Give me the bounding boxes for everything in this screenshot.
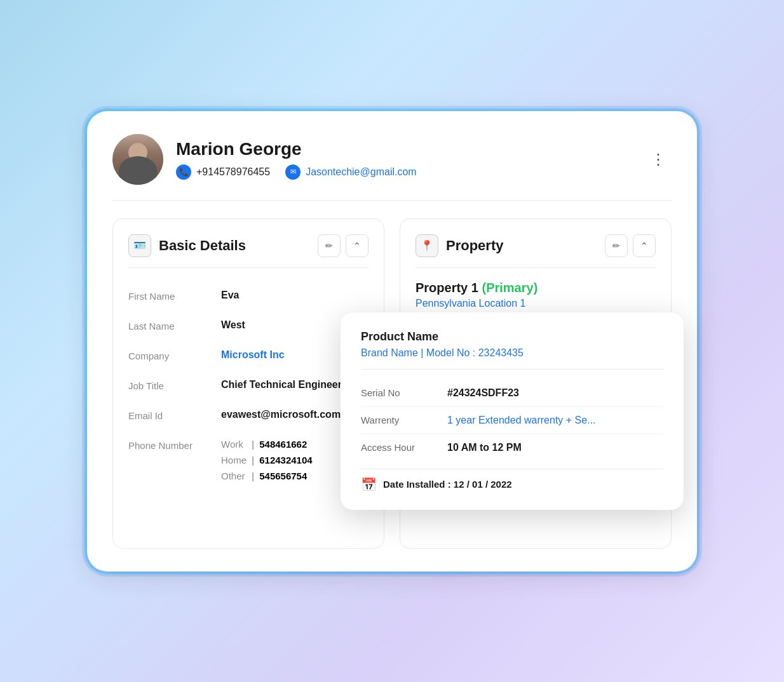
product-name-label: Product Name bbox=[361, 330, 663, 344]
property-primary-badge: (Primary) bbox=[482, 281, 537, 295]
phone-other-label: Other bbox=[221, 471, 247, 481]
phone-work: Work | 548461662 bbox=[221, 439, 313, 450]
email-label: Email Id bbox=[128, 409, 211, 421]
profile-contacts: 📞 +914578976455 ✉ Jasontechie@gmail.com bbox=[176, 164, 417, 180]
property-card: 📍 Property ✏ ⌃ Property 1 (Primary) Penn… bbox=[400, 218, 672, 549]
property-edit-button[interactable]: ✏ bbox=[605, 234, 628, 257]
firstname-label: First Name bbox=[128, 290, 211, 302]
phone-number: +914578976455 bbox=[196, 166, 270, 178]
basic-details-title-group: 🪪 Basic Details bbox=[128, 234, 246, 257]
date-row: 📅 Date Installed : 12 / 01 / 2022 bbox=[361, 469, 663, 492]
avatar bbox=[112, 134, 163, 185]
profile-info: Marion George 📞 +914578976455 ✉ Jasontec… bbox=[176, 139, 417, 180]
property-actions: ✏ ⌃ bbox=[605, 234, 656, 257]
product-card: Product Name Brand Name | Model No : 232… bbox=[341, 312, 684, 510]
phone-icon: 📞 bbox=[176, 164, 191, 180]
basic-details-collapse-button[interactable]: ⌃ bbox=[346, 234, 368, 257]
email-address: Jasontechie@gmail.com bbox=[306, 166, 417, 178]
product-brand: Brand Name | Model No : 23243435 bbox=[361, 347, 663, 370]
product-row-serial: Serial No #24324SDFF23 bbox=[361, 380, 663, 407]
jobtitle-label: Job Title bbox=[128, 379, 211, 391]
property-name: Property 1 (Primary) bbox=[416, 281, 656, 295]
property-title-group: 📍 Property bbox=[416, 234, 503, 257]
phone-home-number: 6124324104 bbox=[259, 455, 312, 465]
property-icon: 📍 bbox=[416, 234, 438, 257]
profile-name: Marion George bbox=[176, 139, 417, 159]
basic-details-fields: First Name Eva Last Name West Company Mi… bbox=[128, 281, 368, 490]
product-row-access: Access Hour 10 AM to 12 PM bbox=[361, 434, 663, 461]
field-row-firstname: First Name Eva bbox=[128, 281, 368, 311]
profile-left: Marion George 📞 +914578976455 ✉ Jasontec… bbox=[112, 134, 417, 185]
phone-group: Work | 548461662 Home | 6124324104 Other… bbox=[221, 439, 313, 481]
field-row-email: Email Id evawest@microsoft.com bbox=[128, 400, 368, 430]
field-row-jobtitle: Job Title Chief Technical Engineer bbox=[128, 370, 368, 400]
product-row-warranty: Warrenty 1 year Extended warrenty + Se..… bbox=[361, 407, 663, 434]
property-title: Property bbox=[446, 237, 503, 254]
field-row-lastname: Last Name West bbox=[128, 311, 368, 340]
firstname-value: Eva bbox=[221, 290, 368, 301]
basic-details-edit-button[interactable]: ✏ bbox=[318, 234, 341, 257]
company-label: Company bbox=[128, 349, 211, 361]
property-content: Property 1 (Primary) Pennsylvania Locati… bbox=[416, 281, 656, 309]
property-location: Pennsylvania Location 1 bbox=[416, 298, 656, 309]
phone-home-label: Home bbox=[221, 455, 247, 465]
email-icon: ✉ bbox=[285, 164, 301, 180]
warranty-value: 1 year Extended warrenty + Se... bbox=[447, 415, 663, 426]
lastname-label: Last Name bbox=[128, 319, 211, 331]
property-header: 📍 Property ✏ ⌃ bbox=[416, 234, 656, 268]
access-label: Access Hour bbox=[361, 442, 437, 453]
email-contact: ✉ Jasontechie@gmail.com bbox=[285, 164, 417, 180]
phone-other-number: 545656754 bbox=[259, 471, 307, 481]
product-details: Serial No #24324SDFF23 Warrenty 1 year E… bbox=[361, 380, 663, 461]
field-row-company: Company Microsoft Inc bbox=[128, 340, 368, 370]
serial-value: #24324SDFF23 bbox=[447, 387, 663, 399]
calendar-icon: 📅 bbox=[361, 477, 377, 492]
cards-grid: 🪪 Basic Details ✏ ⌃ First Name Eva Last … bbox=[112, 218, 672, 549]
access-value: 10 AM to 12 PM bbox=[447, 442, 663, 453]
warranty-label: Warrenty bbox=[361, 415, 437, 425]
basic-details-header: 🪪 Basic Details ✏ ⌃ bbox=[128, 234, 368, 268]
phone-label: Phone Number bbox=[128, 439, 211, 451]
basic-details-icon: 🪪 bbox=[128, 234, 151, 257]
field-row-phone: Phone Number Work | 548461662 Home | 612… bbox=[128, 430, 368, 490]
basic-details-title: Basic Details bbox=[159, 237, 246, 254]
profile-header: Marion George 📞 +914578976455 ✉ Jasontec… bbox=[112, 134, 672, 201]
date-installed: Date Installed : 12 / 01 / 2022 bbox=[383, 479, 512, 490]
property-name-text: Property 1 bbox=[416, 281, 482, 295]
phone-work-label: Work bbox=[221, 439, 247, 450]
phone-work-number: 548461662 bbox=[259, 439, 307, 450]
phone-other: Other | 545656754 bbox=[221, 471, 313, 481]
phone-home: Home | 6124324104 bbox=[221, 455, 313, 465]
more-options-button[interactable]: ⋮ bbox=[645, 145, 672, 173]
main-card: Marion George 📞 +914578976455 ✉ Jasontec… bbox=[87, 111, 697, 572]
basic-details-actions: ✏ ⌃ bbox=[318, 234, 368, 257]
property-collapse-button[interactable]: ⌃ bbox=[633, 234, 656, 257]
serial-label: Serial No bbox=[361, 387, 437, 398]
phone-contact: 📞 +914578976455 bbox=[176, 164, 270, 180]
